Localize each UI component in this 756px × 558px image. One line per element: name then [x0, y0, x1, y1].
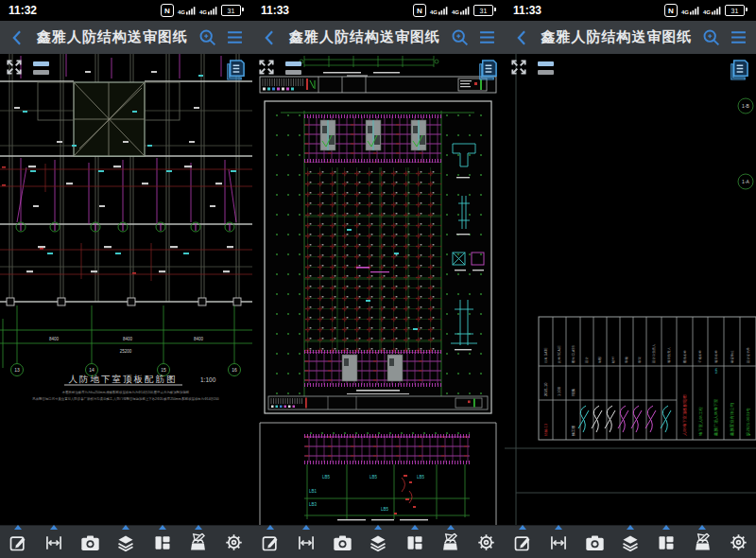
settings-button[interactable]	[223, 532, 246, 554]
active-tool-caret-icon	[195, 525, 202, 530]
layers-button[interactable]	[367, 532, 389, 554]
slab-label: LB5	[369, 475, 378, 480]
gray-bar	[33, 70, 49, 75]
slab-label: LB5	[322, 475, 331, 480]
titleblock-value: 结施	[571, 389, 576, 396]
grid-bubble-label: 1-B	[742, 103, 749, 109]
camera-icon	[80, 534, 100, 551]
battery-icon: 31	[725, 5, 745, 16]
back-button[interactable]	[509, 25, 535, 50]
clock: 11:33	[513, 4, 541, 17]
titleblock-label: 比例 SCALE	[558, 344, 561, 363]
back-button[interactable]	[257, 25, 283, 50]
dimension-text: 8400	[123, 337, 133, 341]
page-title: 鑫雅人防结构送审图纸	[284, 28, 445, 46]
measure-button[interactable]	[295, 532, 318, 554]
layout-icon	[153, 533, 172, 552]
signature-scribble	[645, 406, 656, 432]
camera-button[interactable]	[583, 532, 606, 554]
battery-icon: 31	[473, 5, 493, 16]
cad-viewport-sheet-overview[interactable]: LB5 LB5 LB5 LB1 LB3 LB5	[252, 54, 505, 525]
blue-bar	[33, 61, 49, 66]
bottom-toolbar	[0, 525, 252, 558]
nav-bar: 鑫雅人防结构送审图纸	[252, 21, 505, 54]
slab-label: LB1	[309, 489, 318, 494]
grid-bubble-label: 14	[89, 367, 94, 373]
camera-button[interactable]	[331, 532, 353, 554]
layers-icon	[621, 533, 640, 552]
titleblock-value: 地下室人防工程	[698, 407, 703, 437]
layout-icon	[657, 533, 676, 552]
search-magnifier-icon[interactable]	[447, 25, 472, 50]
titleblock-value: 人防地下室顶板配筋图	[682, 394, 687, 436]
titleblock-value: 鑫雅置业有限公司	[730, 403, 735, 436]
edit-button[interactable]	[259, 532, 282, 554]
camera-icon	[333, 534, 352, 551]
hamburger-menu-icon[interactable]	[474, 25, 500, 50]
fullscreen-expand-icon[interactable]	[509, 58, 528, 80]
titleblock-label: 子项名称	[697, 350, 702, 363]
layout-button[interactable]	[655, 532, 678, 554]
view-mode-bars[interactable]	[285, 61, 301, 75]
battery-icon: 31	[221, 5, 241, 16]
fullscreen-expand-icon[interactable]	[257, 58, 276, 80]
titleblock-table: 日期 DATE2021.10结施-13比例 SCALE1:100图别 CLASS…	[539, 317, 756, 440]
signature-scribble	[661, 406, 671, 432]
sheet-scale-text: 1:100	[200, 376, 216, 383]
measure-button[interactable]	[43, 532, 65, 554]
measure-button[interactable]	[547, 532, 570, 554]
titleblock-label: 设计	[584, 357, 589, 363]
titleblock-value: 1:100	[557, 386, 561, 396]
active-tool-caret-icon	[662, 525, 670, 530]
settings-button[interactable]	[475, 532, 498, 554]
hamburger-menu-icon[interactable]	[222, 25, 248, 50]
nav-bar: 鑫雅人防结构送审图纸	[0, 21, 252, 54]
toolbox-button[interactable]	[439, 532, 462, 554]
titleblock-label: 建设单位	[730, 350, 734, 364]
fullscreen-expand-icon[interactable]	[5, 58, 24, 80]
active-tool-caret-icon	[447, 525, 455, 530]
hamburger-menu-icon[interactable]	[726, 25, 751, 50]
settings-button[interactable]	[727, 532, 749, 554]
edit-button[interactable]	[511, 532, 534, 554]
titleblock-label: 设计总负责人	[651, 343, 656, 363]
titleblock-label: 图纸名称	[683, 350, 687, 363]
toolbox-button[interactable]	[691, 532, 713, 554]
search-magnifier-icon[interactable]	[698, 25, 724, 50]
grid-bubble-label: 16	[232, 367, 237, 373]
back-button[interactable]	[5, 25, 30, 50]
active-tool-caret-icon	[555, 525, 562, 530]
titleblock-label: 项目负责人	[667, 346, 671, 363]
screenshot-panel-3: 11:33 N 4G 4G 31 鑫雅人防结构送审图纸 1-B 1-A 日期 D…	[505, 0, 756, 558]
measure-icon	[297, 533, 316, 552]
search-magnifier-icon[interactable]	[195, 25, 220, 50]
toolbox-icon	[693, 532, 713, 552]
layers-button[interactable]	[114, 532, 137, 554]
view-mode-bars[interactable]	[33, 61, 49, 75]
cad-viewport-plan-detail[interactable]: 13 14 15 16 8400 8400 8400 25200 人防地下室顶板…	[0, 54, 252, 525]
drawing-pages-button[interactable]	[728, 58, 749, 85]
titleblock-label: 设计证书号	[746, 346, 750, 363]
view-mode-bars[interactable]	[538, 61, 554, 75]
titleblock-value: 2021.10	[543, 382, 548, 396]
layout-button[interactable]	[404, 532, 426, 554]
drawing-pages-button[interactable]	[476, 58, 498, 85]
toolbox-button[interactable]	[187, 532, 210, 554]
sheet-note-line: 风井预留洞口尺寸及位置与人防设备厂家核对无误后施工,人防门等预留洞边加筋上下各2…	[32, 396, 219, 401]
cad-viewport-titleblock[interactable]: 1-B 1-A 日期 DATE2021.10结施-13比例 SCALE1:100…	[505, 54, 756, 525]
camera-button[interactable]	[78, 532, 101, 554]
drawing-pages-button[interactable]	[224, 58, 246, 85]
settings-icon	[476, 532, 496, 552]
cad-drawing-roof-rebar-plan: 13 14 15 16 8400 8400 8400 25200 人防地下室顶板…	[0, 54, 252, 525]
active-tool-caret-icon	[302, 525, 310, 530]
screenshot-panel-2: 11:33 N 4G 4G 31 鑫雅人防结构送审图纸	[252, 0, 505, 558]
signal-icon: 4G	[178, 6, 196, 15]
nfc-icon: N	[413, 4, 426, 17]
titleblock-value: 结施-13	[543, 424, 548, 437]
layers-button[interactable]	[619, 532, 642, 554]
dimension-total-text: 25200	[120, 349, 132, 354]
edit-button[interactable]	[7, 532, 29, 554]
status-bar: 11:32 N 4G 4G 31	[0, 0, 252, 21]
layout-button[interactable]	[151, 532, 174, 554]
titleblock-value: 皖2021-0031号	[746, 408, 751, 436]
